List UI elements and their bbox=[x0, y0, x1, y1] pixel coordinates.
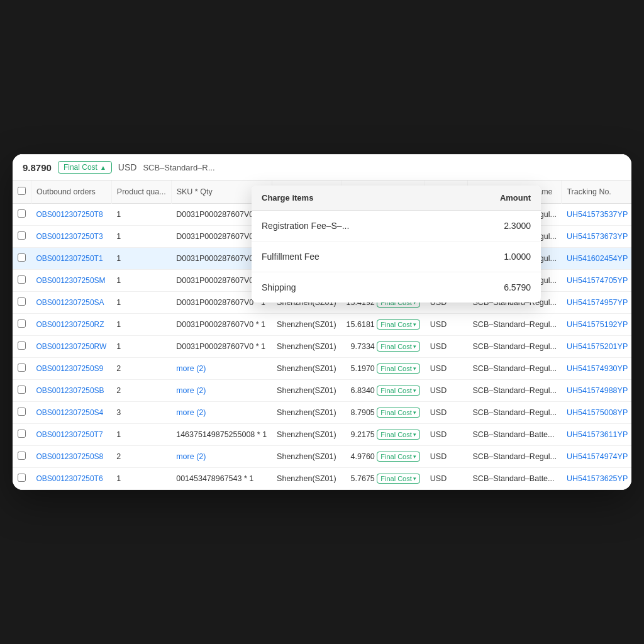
row-checkbox[interactable] bbox=[18, 452, 26, 460]
currency-cell: USD bbox=[425, 380, 468, 402]
cost-value: 4.9760 bbox=[351, 452, 375, 461]
sku-more-link[interactable]: more (2) bbox=[176, 364, 206, 373]
row-checkbox-cell[interactable] bbox=[13, 270, 31, 292]
sku-more-link[interactable]: more (2) bbox=[176, 452, 206, 461]
row-checkbox[interactable] bbox=[18, 209, 26, 218]
row-final-cost-badge[interactable]: Final Cost▾ bbox=[377, 341, 420, 352]
popup-amount-item: 6.5790 bbox=[468, 282, 531, 292]
qty-cell: 1 bbox=[111, 270, 171, 292]
currency-cell: USD bbox=[425, 424, 468, 446]
tracking-cell: UH541574957YP bbox=[562, 292, 631, 314]
tracking-link[interactable]: UH541575192YP bbox=[567, 320, 628, 329]
tracking-link[interactable]: UH541574988YP bbox=[567, 386, 628, 395]
row-checkbox-cell[interactable] bbox=[13, 424, 31, 446]
qty-cell: 1 bbox=[111, 204, 171, 226]
tracking-link[interactable]: UH541573537YP bbox=[567, 210, 628, 219]
order-cell: OBS0012307250T1 bbox=[31, 248, 112, 270]
row-final-cost-badge[interactable]: Final Cost▾ bbox=[377, 364, 420, 374]
row-checkbox[interactable] bbox=[18, 408, 26, 416]
order-link[interactable]: OBS0012307250SM bbox=[36, 276, 106, 285]
select-all-checkbox[interactable] bbox=[18, 187, 26, 195]
summary-bar: 9.8790 Final Cost ▲ USD SCB–Standard–R..… bbox=[13, 154, 631, 180]
order-link[interactable]: OBS0012307250SA bbox=[36, 298, 104, 307]
tracking-link[interactable]: UH541602454YP bbox=[567, 254, 628, 263]
row-checkbox-cell[interactable] bbox=[13, 402, 31, 424]
service-cell: SCB–Standard–Regul... bbox=[468, 314, 562, 336]
row-checkbox[interactable] bbox=[18, 297, 26, 306]
row-final-cost-badge[interactable]: Final Cost▾ bbox=[377, 386, 420, 396]
order-cell: OBS0012307250T7 bbox=[31, 424, 112, 446]
order-link[interactable]: OBS0012307250SB bbox=[36, 386, 104, 395]
final-cost-badge[interactable]: Final Cost ▲ bbox=[58, 161, 112, 174]
row-final-cost-badge[interactable]: Final Cost▾ bbox=[377, 452, 420, 462]
tracking-cell: UH541573625YP bbox=[562, 468, 631, 490]
order-link[interactable]: OBS0012307250T8 bbox=[36, 210, 103, 219]
service-cell: SCB–Standard–Regul... bbox=[468, 380, 562, 402]
order-link[interactable]: OBS0012307250S9 bbox=[36, 364, 104, 373]
tracking-link[interactable]: UH541574930YP bbox=[567, 364, 628, 373]
row-checkbox-cell[interactable] bbox=[13, 292, 31, 314]
order-cell: OBS0012307250RZ bbox=[31, 314, 112, 336]
tracking-link[interactable]: UH541575201YP bbox=[567, 342, 628, 351]
row-checkbox-cell[interactable] bbox=[13, 468, 31, 490]
order-cell: OBS0012307250SM bbox=[31, 270, 112, 292]
sku-cell: more (2) bbox=[171, 380, 272, 402]
tracking-link[interactable]: UH541573673YP bbox=[567, 232, 628, 241]
order-link[interactable]: OBS0012307250RW bbox=[36, 342, 107, 351]
row-checkbox-cell[interactable] bbox=[13, 248, 31, 270]
row-checkbox-cell[interactable] bbox=[13, 446, 31, 468]
qty-cell: 1 bbox=[111, 468, 171, 490]
row-final-cost-badge[interactable]: Final Cost▾ bbox=[377, 474, 420, 484]
sku-cell: 001453478967543 * 1 bbox=[171, 468, 272, 490]
row-checkbox-cell[interactable] bbox=[13, 336, 31, 358]
cost-cell: 6.8340 Final Cost▾ bbox=[341, 380, 425, 402]
order-link[interactable]: OBS0012307250S4 bbox=[36, 408, 104, 417]
row-checkbox-cell[interactable] bbox=[13, 314, 31, 336]
row-checkbox[interactable] bbox=[18, 430, 26, 438]
row-checkbox[interactable] bbox=[18, 275, 26, 284]
tracking-link[interactable]: UH541573625YP bbox=[567, 474, 628, 483]
sku-cell: more (2) bbox=[171, 358, 272, 380]
row-checkbox-cell[interactable] bbox=[13, 204, 31, 226]
tracking-link[interactable]: UH541573611YP bbox=[567, 430, 628, 439]
row-final-cost-badge[interactable]: Final Cost▾ bbox=[377, 319, 420, 330]
col-header-product-qty: Product qua... bbox=[111, 180, 171, 204]
row-checkbox[interactable] bbox=[18, 341, 26, 350]
row-final-cost-badge[interactable]: Final Cost▾ bbox=[377, 430, 420, 440]
sku-more-link[interactable]: more (2) bbox=[176, 386, 206, 395]
popup-row: Registration Fee–S–... 2.3000 bbox=[252, 211, 541, 242]
tracking-link[interactable]: UH541574957YP bbox=[567, 298, 628, 307]
qty-cell: 1 bbox=[111, 336, 171, 358]
popup-amount-item: 1.0000 bbox=[468, 252, 531, 262]
tracking-cell: UH541573537YP bbox=[562, 204, 631, 226]
currency-cell: USD bbox=[425, 468, 468, 490]
warehouse-cell: Shenzhen(SZ01) bbox=[272, 402, 341, 424]
order-link[interactable]: OBS0012307250RZ bbox=[36, 320, 104, 329]
order-link[interactable]: OBS0012307250T7 bbox=[36, 430, 103, 439]
tracking-link[interactable]: UH541575008YP bbox=[567, 408, 628, 417]
chevron-down-icon: ▾ bbox=[413, 431, 416, 438]
row-checkbox[interactable] bbox=[18, 231, 26, 240]
row-checkbox[interactable] bbox=[18, 386, 26, 394]
row-checkbox[interactable] bbox=[18, 364, 26, 372]
row-checkbox-cell[interactable] bbox=[13, 380, 31, 402]
row-checkbox-cell[interactable] bbox=[13, 358, 31, 380]
select-all-header[interactable] bbox=[13, 180, 31, 204]
tracking-link[interactable]: UH541574974YP bbox=[567, 452, 628, 461]
row-checkbox[interactable] bbox=[18, 319, 26, 328]
order-link[interactable]: OBS0012307250T3 bbox=[36, 232, 103, 241]
order-link[interactable]: OBS0012307250S8 bbox=[36, 452, 104, 461]
row-checkbox[interactable] bbox=[18, 253, 26, 262]
row-checkbox[interactable] bbox=[18, 474, 26, 482]
warehouse-cell: Shenzhen(SZ01) bbox=[272, 380, 341, 402]
row-final-cost-badge[interactable]: Final Cost▾ bbox=[377, 408, 420, 418]
cost-value: 9.7334 bbox=[351, 342, 375, 351]
tracking-link[interactable]: UH541574705YP bbox=[567, 276, 628, 285]
table-row: OBS0012307250RZ 1 D0031P000287607V0 * 1 … bbox=[13, 314, 631, 336]
sku-more-link[interactable]: more (2) bbox=[176, 408, 206, 417]
order-link[interactable]: OBS0012307250T6 bbox=[36, 474, 103, 483]
table-row: OBS0012307250T7 1 146375149875255008 * 1… bbox=[13, 424, 631, 446]
row-checkbox-cell[interactable] bbox=[13, 226, 31, 248]
sku-cell: D0031P000287607V0 * 1 bbox=[171, 336, 272, 358]
order-link[interactable]: OBS0012307250T1 bbox=[36, 254, 103, 263]
